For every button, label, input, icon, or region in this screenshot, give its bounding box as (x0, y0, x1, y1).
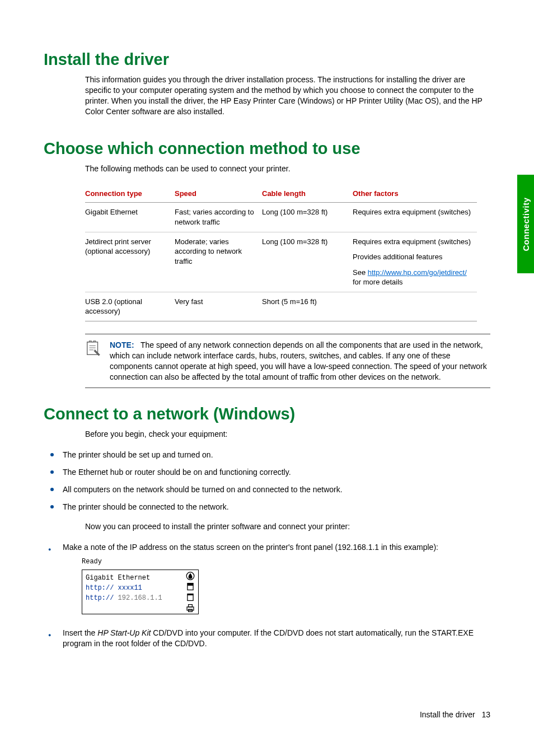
footer-section-title: Install the driver (420, 710, 475, 719)
note-icon (85, 340, 102, 357)
panel-status-ready: Ready (82, 557, 490, 566)
cell-type: USB 2.0 (optional accessory) (85, 292, 175, 321)
cell-speed: Fast; varies according to network traffi… (175, 203, 262, 232)
cell-other (353, 292, 477, 321)
th-other-factors: Other factors (353, 184, 477, 203)
paragraph-connect-before: Before you begin, check your equipment: (85, 429, 490, 440)
page-footer: Install the driver 13 (420, 710, 490, 719)
note-box: NOTE: The speed of any network connectio… (85, 334, 490, 389)
other-line: Provides additional features (353, 252, 471, 262)
jetdirect-link[interactable]: http://www.hp.com/go/jetdirect/ (368, 268, 467, 277)
heading-choose-connection: Choose which connection method to use (44, 139, 490, 158)
paper-icon (185, 582, 195, 591)
svg-rect-8 (188, 594, 193, 596)
printer-front-panel: Gigabit Ethernet http:// xxxx11 http:// … (82, 570, 199, 615)
note-text: The speed of any network connection depe… (110, 340, 487, 381)
prereq-bullet-list: The printer should be set up and turned … (44, 450, 490, 512)
list-item: The Ethernet hub or router should be on … (44, 467, 490, 478)
cell-speed: Moderate; varies according to network tr… (175, 232, 262, 292)
install-steps-list: ● Make a note of the IP address on the s… (44, 542, 490, 649)
paragraph-install-driver: This information guides you through the … (85, 74, 490, 117)
cell-other: Requires extra equipment (switches) (353, 203, 477, 232)
footer-page-number: 13 (481, 710, 490, 719)
svg-rect-9 (187, 607, 194, 610)
cell-speed: Very fast (175, 292, 262, 321)
th-cable-length: Cable length (262, 184, 353, 203)
paragraph-connect-proceed: Now you can proceed to install the print… (85, 521, 490, 532)
paragraph-choose-intro: The following methods can be used to con… (85, 164, 490, 174)
printer-icon (185, 603, 195, 613)
step-text-pre: Insert the (63, 628, 97, 637)
panel-line: http:// xxxx11 (86, 584, 179, 592)
cell-length: Long (100 m=328 ft) (262, 203, 353, 232)
job-icon (185, 592, 195, 602)
panel-line: Gigabit Ethernet (86, 573, 179, 582)
section-tab-connectivity: Connectivity (517, 175, 534, 273)
svg-rect-10 (189, 605, 193, 607)
cell-other: Requires extra equipment (switches) Prov… (353, 232, 477, 292)
list-item: The printer should be connected to the n… (44, 502, 490, 512)
step-text: Make a note of the IP address on the sta… (63, 543, 438, 552)
step-text-italic: HP Start-Up Kit (97, 628, 151, 637)
ink-icon (185, 571, 195, 581)
list-item: All computers on the network should be t… (44, 484, 490, 495)
list-item: ● Insert the HP Start-Up Kit CD/DVD into… (44, 628, 490, 649)
note-body: NOTE: The speed of any network connectio… (110, 340, 490, 382)
document-page: Connectivity Install the driver This inf… (0, 0, 534, 756)
connection-table: Connection type Speed Cable length Other… (85, 184, 477, 321)
panel-ip: 192.168.1.1 (118, 594, 162, 602)
table-row: Gigabit Ethernet Fast; varies according … (85, 203, 477, 232)
step-number-dot: ● (48, 632, 51, 638)
panel-url-xxxx: http:// xxxx11 (86, 584, 142, 592)
panel-text-area: Gigabit Ethernet http:// xxxx11 http:// … (82, 570, 182, 614)
heading-install-driver: Install the driver (44, 50, 490, 69)
other-line: See http://www.hp.com/go/jetdirect/ for … (353, 268, 471, 287)
cell-type: Gigabit Ethernet (85, 203, 175, 232)
svg-rect-6 (188, 584, 193, 586)
step-number-dot: ● (48, 546, 51, 553)
list-item: The printer should be set up and turned … (44, 450, 490, 460)
th-speed: Speed (175, 184, 262, 203)
panel-line: http:// 192.168.1.1 (86, 594, 179, 603)
cell-type: Jetdirect print server (optional accesso… (85, 232, 175, 292)
other-line: Requires extra equipment (switches) (353, 237, 471, 247)
heading-connect-windows: Connect to a network (Windows) (44, 405, 490, 423)
list-item: ● Make a note of the IP address on the s… (44, 542, 490, 615)
cell-length: Short (5 m=16 ft) (262, 292, 353, 321)
table-row: Jetdirect print server (optional accesso… (85, 232, 477, 292)
th-connection-type: Connection type (85, 184, 175, 203)
cell-length: Long (100 m=328 ft) (262, 232, 353, 292)
table-header-row: Connection type Speed Cable length Other… (85, 184, 477, 203)
panel-url-prefix: http:// (86, 594, 118, 602)
note-label: NOTE: (110, 340, 134, 349)
table-row: USB 2.0 (optional accessory) Very fast S… (85, 292, 477, 321)
panel-icon-strip (182, 570, 198, 614)
section-tab-label: Connectivity (521, 197, 531, 251)
